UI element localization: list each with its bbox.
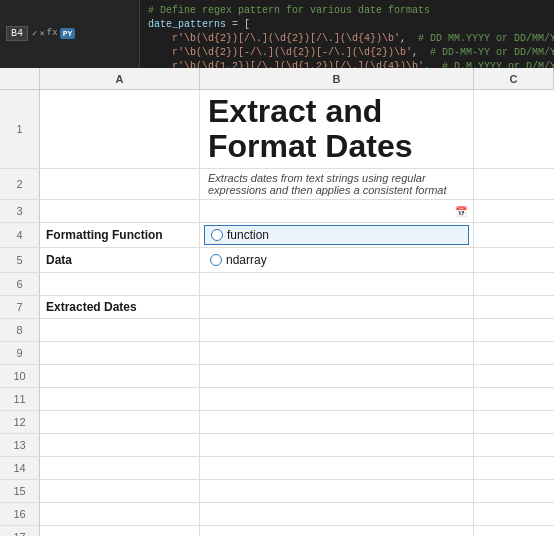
cell-a1[interactable] — [40, 90, 200, 168]
cell-b1[interactable]: Extract and Format Dates — [200, 90, 474, 168]
row-num-4: 4 — [0, 223, 40, 247]
cell-c13[interactable] — [474, 434, 554, 456]
formatting-function-dropdown[interactable]: function — [204, 225, 469, 245]
cell-a4[interactable]: Formatting Function — [40, 223, 200, 247]
row-num-13: 13 — [0, 434, 40, 456]
col-header-b[interactable]: B — [200, 68, 474, 89]
row-num-3: 3 — [0, 200, 40, 222]
cell-c7[interactable] — [474, 296, 554, 318]
cell-c8[interactable] — [474, 319, 554, 341]
data-label: Data — [46, 253, 72, 267]
column-headers: A B C — [0, 68, 554, 90]
cell-b14[interactable] — [200, 457, 474, 479]
table-row: 15 — [0, 480, 554, 503]
check-icon[interactable]: ✓ — [32, 28, 37, 39]
code-line-4: r'\b(\d{1,2})[/\.](\d{1,2})[/\.](\d{4})\… — [148, 60, 546, 68]
table-row: 5 Data ndarray — [0, 248, 554, 273]
formatting-function-value: function — [227, 228, 462, 242]
cell-b13[interactable] — [200, 434, 474, 456]
cell-a17[interactable] — [40, 526, 200, 536]
cell-b10[interactable] — [200, 365, 474, 387]
cell-c10[interactable] — [474, 365, 554, 387]
code-line-1: date_patterns = [ — [148, 18, 546, 32]
table-row: 13 — [0, 434, 554, 457]
cell-c14[interactable] — [474, 457, 554, 479]
data-dropdown[interactable]: ndarray — [204, 250, 469, 270]
python-oval-icon-2 — [210, 254, 222, 266]
row-num-15: 15 — [0, 480, 40, 502]
cell-c6[interactable] — [474, 273, 554, 295]
cell-b12[interactable] — [200, 411, 474, 433]
row-num-12: 12 — [0, 411, 40, 433]
code-line-3: r'\b(\d{2})[-/\.](\d{2})[-/\.](\d{2})\b'… — [148, 46, 546, 60]
row-num-2: 2 — [0, 169, 40, 199]
cell-a8[interactable] — [40, 319, 200, 341]
row-num-11: 11 — [0, 388, 40, 410]
row-num-16: 16 — [0, 503, 40, 525]
cell-a10[interactable] — [40, 365, 200, 387]
cell-c16[interactable] — [474, 503, 554, 525]
cell-c9[interactable] — [474, 342, 554, 364]
spreadsheet-grid: 1 Extract and Format Dates 2 Extracts da… — [0, 90, 554, 536]
cell-c5[interactable] — [474, 248, 554, 272]
cell-b17[interactable] — [200, 526, 474, 536]
cell-c12[interactable] — [474, 411, 554, 433]
cell-a6[interactable] — [40, 273, 200, 295]
cell-a14[interactable] — [40, 457, 200, 479]
cell-c15[interactable] — [474, 480, 554, 502]
row-num-10: 10 — [0, 365, 40, 387]
description-text: Extracts dates from text strings using r… — [208, 172, 465, 196]
table-row: 2 Extracts dates from text strings using… — [0, 169, 554, 200]
cell-b5[interactable]: ndarray — [200, 248, 474, 272]
cell-a5[interactable]: Data — [40, 248, 200, 272]
row-num-header-spacer — [0, 68, 40, 89]
cell-c2[interactable] — [474, 169, 554, 199]
formatting-function-label: Formatting Function — [46, 228, 163, 242]
cell-b15[interactable] — [200, 480, 474, 502]
code-comment-line: # Define regex pattern for various date … — [148, 4, 546, 18]
cell-b3[interactable]: 📅 — [200, 200, 474, 222]
cell-a12[interactable] — [40, 411, 200, 433]
table-row: 10 — [0, 365, 554, 388]
cell-b6[interactable] — [200, 273, 474, 295]
table-row: 12 — [0, 411, 554, 434]
cell-a7[interactable]: Extracted Dates — [40, 296, 200, 318]
cell-a2[interactable] — [40, 169, 200, 199]
cell-b7[interactable] — [200, 296, 474, 318]
cell-b9[interactable] — [200, 342, 474, 364]
row-num-1: 1 — [0, 90, 40, 168]
cell-c11[interactable] — [474, 388, 554, 410]
cell-b11[interactable] — [200, 388, 474, 410]
row-num-8: 8 — [0, 319, 40, 341]
python-badge: PY — [60, 28, 76, 39]
cell-b16[interactable] — [200, 503, 474, 525]
code-content: # Define regex pattern for various date … — [140, 0, 554, 68]
table-row: 3 📅 — [0, 200, 554, 223]
cell-b4[interactable]: function — [200, 223, 474, 247]
cell-a9[interactable] — [40, 342, 200, 364]
row-num-5: 5 — [0, 248, 40, 272]
cell-a11[interactable] — [40, 388, 200, 410]
col-header-a[interactable]: A — [40, 68, 200, 89]
table-row: 16 — [0, 503, 554, 526]
cell-reference[interactable]: B4 — [6, 26, 28, 41]
row-num-14: 14 — [0, 457, 40, 479]
cell-b8[interactable] — [200, 319, 474, 341]
cell-c4[interactable] — [474, 223, 554, 247]
cell-a16[interactable] — [40, 503, 200, 525]
row-num-17: 17 — [0, 526, 40, 536]
extracted-dates-label: Extracted Dates — [46, 300, 137, 314]
table-row: 1 Extract and Format Dates — [0, 90, 554, 169]
cell-c1[interactable] — [474, 90, 554, 168]
table-row: 4 Formatting Function function — [0, 223, 554, 248]
cell-a15[interactable] — [40, 480, 200, 502]
calendar-icon[interactable]: 📅 — [455, 206, 467, 217]
cell-c17[interactable] — [474, 526, 554, 536]
cell-c3[interactable] — [474, 200, 554, 222]
data-value: ndarray — [226, 253, 463, 267]
cross-icon[interactable]: ✕ — [39, 28, 44, 39]
cell-a13[interactable] — [40, 434, 200, 456]
cell-a3[interactable] — [40, 200, 200, 222]
col-header-c[interactable]: C — [474, 68, 554, 89]
cell-b2[interactable]: Extracts dates from text strings using r… — [200, 169, 474, 199]
